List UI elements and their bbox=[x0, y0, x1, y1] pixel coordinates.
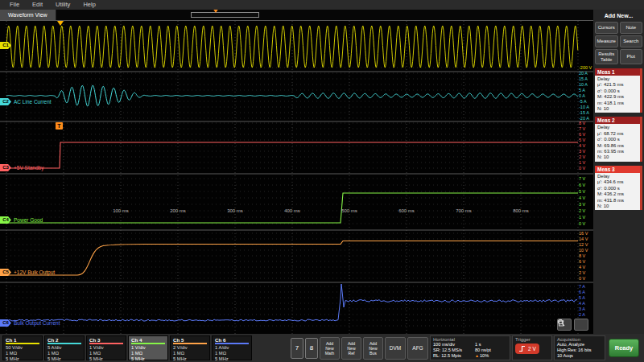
add-new-search-button[interactable]: Search bbox=[620, 35, 643, 47]
horizontal-panel[interactable]: Horizontal 100 ms/div1 sSR: 12.5 MS/s80 … bbox=[430, 335, 510, 360]
scale-label: 15 A bbox=[579, 76, 593, 81]
channel-label-c2: AC Line Current bbox=[14, 98, 52, 105]
measurement-stat: m: 63.95 ms bbox=[597, 149, 638, 154]
scale-label: -200 V bbox=[579, 65, 593, 70]
time-axis-label: 500 ms bbox=[341, 208, 357, 213]
scale-label: 5 V bbox=[579, 189, 593, 194]
measurement-badge-1[interactable]: Meas 1Delayμ': 421.5 msσ': 0.000 sM: 422… bbox=[595, 68, 642, 113]
measurement-stat: σ': 0.000 s bbox=[597, 137, 638, 142]
measurement-badge-3[interactable]: Meas 3Delayμ': 434.6 msσ': 0.000 sM: 436… bbox=[595, 166, 642, 210]
horizontal-row: SR: 12.5 MS/s80 ns/pt bbox=[433, 348, 507, 353]
add-new-plot-button[interactable]: Plot bbox=[620, 49, 643, 64]
channel-bandwidth: 5 MHz bbox=[173, 356, 207, 362]
waveform-display-area[interactable]: -200 V20 A15 A10 A5 A0 A-5 A-10 A-15 A-2… bbox=[0, 20, 593, 334]
rising-edge-icon bbox=[518, 345, 526, 352]
scale-label: 0 A bbox=[579, 93, 593, 98]
channel-box-ch-6[interactable]: Ch 61 A/div1 MΩ5 MHz bbox=[212, 335, 252, 360]
ch3-waveform[interactable] bbox=[6, 142, 578, 168]
horizontal-value: ▲10% bbox=[475, 353, 489, 359]
trigger-level-marker-icon[interactable]: T bbox=[56, 122, 63, 130]
instrument-buttons: DVMAFG bbox=[385, 337, 428, 360]
acquisition-value: 10 Acqs bbox=[557, 353, 602, 359]
channel-box-ch-1[interactable]: Ch 150 V/div1 MΩ5 MHz bbox=[2, 335, 43, 360]
scale-label: 2 A bbox=[579, 312, 593, 317]
add-new-bus-button[interactable]: Add New Bus bbox=[363, 337, 383, 360]
scale-label: 10 V bbox=[579, 248, 593, 253]
channel-bandwidth: 5 MHz bbox=[131, 356, 165, 362]
trigger-panel[interactable]: Trigger 2 V bbox=[512, 335, 552, 360]
menu-bar: FileEditUtilityHelp bbox=[0, 0, 644, 10]
scale-label: 5 A bbox=[579, 88, 593, 93]
measurement-stat: M: 69.86 ms bbox=[597, 143, 638, 149]
channel-box-ch-3[interactable]: Ch 31 V/div1 MΩ5 MHz bbox=[86, 335, 126, 360]
horizontal-value: 100 ms/div bbox=[433, 342, 475, 348]
digital-group-7-button[interactable]: 7 bbox=[291, 338, 303, 359]
channel-label-c3: +5V Standby bbox=[14, 164, 43, 171]
measurement-stat: μ': 421.5 ms bbox=[597, 82, 638, 88]
waveform-plot[interactable] bbox=[0, 21, 593, 335]
acquisition-panel[interactable]: Acquisition Auto, AnalyzeHigh Res: 16 bi… bbox=[554, 335, 605, 360]
horizontal-value: SR: 12.5 MS/s bbox=[433, 348, 475, 353]
acquisition-values: Auto, AnalyzeHigh Res: 16 bits10 Acqs bbox=[557, 342, 602, 359]
menu-item-file[interactable]: File bbox=[3, 0, 26, 10]
clear-tool-button[interactable] bbox=[574, 319, 588, 331]
scale-label: 7 A bbox=[579, 284, 593, 289]
tab-waveform-view[interactable]: Waveform View bbox=[0, 10, 56, 20]
menu-item-utility[interactable]: Utility bbox=[49, 0, 76, 10]
channel-impedance: 1 MΩ bbox=[6, 351, 39, 356]
dvm-button[interactable]: DVM bbox=[385, 337, 406, 360]
measurement-stat: M: 422.9 ms bbox=[597, 94, 638, 100]
scale-label: 10 A bbox=[579, 82, 593, 87]
measurement-stat: N: 10 bbox=[597, 154, 638, 160]
channel-name: Ch 5 bbox=[173, 337, 207, 344]
add-new-results-table-button[interactable]: Results Table bbox=[595, 49, 618, 64]
channel-name: Ch 1 bbox=[6, 337, 39, 344]
horizontal-value: 80 ns/pt bbox=[475, 348, 491, 353]
plot-toolbar bbox=[557, 319, 588, 331]
measurement-badge-2[interactable]: Meas 2Delayμ': 68.72 msσ': 0.000 sM: 69.… bbox=[595, 117, 642, 161]
measurement-stat: m: 418.1 ms bbox=[597, 101, 638, 106]
acquisition-value: High Res: 16 bits bbox=[557, 348, 602, 353]
ch5-waveform[interactable] bbox=[6, 241, 578, 276]
digital-group-8-button[interactable]: 8 bbox=[305, 338, 318, 359]
horizontal-values: 100 ms/div1 sSR: 12.5 MS/s80 ns/ptRL: 12… bbox=[433, 342, 507, 359]
measurement-stat: σ': 0.000 s bbox=[597, 88, 638, 94]
scale-label: 2 V bbox=[579, 270, 593, 275]
scale-label: 6 V bbox=[579, 132, 593, 137]
scale-label: 7 V bbox=[579, 176, 593, 181]
scale-label: 3 V bbox=[579, 202, 593, 207]
trigger-time-marker-icon[interactable] bbox=[57, 21, 64, 26]
channel-box-ch-4[interactable]: Ch 41 V/div1 MΩ5 MHz bbox=[128, 335, 168, 360]
add-new-math-button[interactable]: Add New Math bbox=[320, 337, 340, 360]
scale-label: 16 V bbox=[579, 231, 593, 236]
scale-label: 5 A bbox=[579, 295, 593, 300]
horizontal-pan-slider[interactable] bbox=[191, 12, 259, 18]
add-new-note-button[interactable]: Note bbox=[620, 22, 643, 34]
scale-label: 8 V bbox=[579, 121, 593, 125]
menu-item-edit[interactable]: Edit bbox=[26, 0, 49, 10]
scale-label: 6 V bbox=[579, 259, 593, 264]
channel-bandwidth: 5 MHz bbox=[89, 356, 123, 362]
ch6-waveform[interactable] bbox=[6, 284, 577, 321]
channel-impedance: 1 MΩ bbox=[215, 351, 249, 356]
measurement-title: Meas 2 bbox=[595, 117, 640, 124]
add-new-measure-button[interactable]: Measure bbox=[595, 35, 618, 47]
trigger-badge[interactable]: 2 V bbox=[515, 343, 539, 354]
afg-button[interactable]: AFG bbox=[407, 337, 428, 360]
trigger-title: Trigger bbox=[515, 337, 549, 342]
time-axis-label: 400 ms bbox=[284, 208, 300, 213]
channel-settings-boxes: Ch 150 V/div1 MΩ5 MHzCh 25 A/div1 MΩ5 MH… bbox=[2, 335, 252, 360]
channel-bandwidth: 5 MHz bbox=[47, 356, 81, 362]
channel-scale: 2 V/div bbox=[173, 345, 207, 351]
channel-scale: 50 V/div bbox=[6, 345, 39, 351]
channel-box-ch-5[interactable]: Ch 52 V/div1 MΩ5 MHz bbox=[170, 335, 210, 360]
scale-label: 12 V bbox=[579, 242, 593, 247]
add-new-cursors-button[interactable]: Cursors bbox=[595, 22, 618, 34]
scale-label: 2 V bbox=[579, 208, 593, 213]
right-sidebar: Add New... CursorsNoteMeasureSearchResul… bbox=[593, 10, 644, 334]
add-new-ref-button[interactable]: Add New Ref bbox=[341, 337, 361, 360]
ch2-waveform[interactable] bbox=[6, 85, 578, 106]
ready-status-button: Ready bbox=[609, 339, 639, 357]
channel-box-ch-2[interactable]: Ch 25 A/div1 MΩ5 MHz bbox=[44, 335, 85, 360]
menu-item-help[interactable]: Help bbox=[76, 0, 101, 10]
